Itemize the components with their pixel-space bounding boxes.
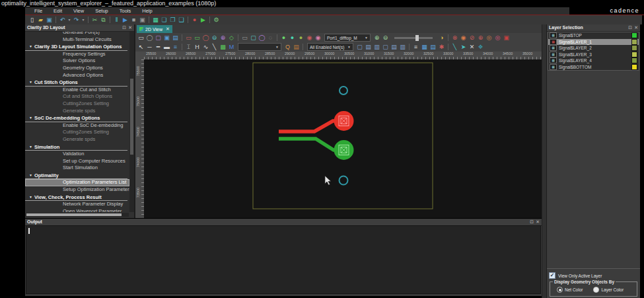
nets-dropdown[interactable]: All Enabled Net(s) ▼ (307, 43, 353, 51)
play-icon[interactable]: ▶ (121, 16, 129, 24)
highlight-icon[interactable]: ▤ (292, 43, 301, 51)
width-stack-icon[interactable]: ≡ (171, 43, 180, 51)
tab-close-icon[interactable]: ✕ (166, 26, 170, 32)
tree-item-geometry-options[interactable]: Geometry Options (25, 65, 129, 72)
settings-gear-icon[interactable]: ⚙ (212, 16, 221, 24)
tree-item-advanced-options[interactable]: Advanced Options (25, 72, 129, 79)
collapse-triangle-icon[interactable]: ▼ (29, 173, 32, 177)
tree-item-generate-port-s[interactable]: Generate Port(s) (25, 32, 129, 36)
wave-icon[interactable]: ∿ (201, 43, 210, 51)
collapse-triangle-icon[interactable]: ▼ (29, 116, 32, 120)
layer-visibility-icon[interactable]: ▦ (550, 52, 557, 57)
collapse-triangle-icon[interactable]: ▼ (29, 44, 32, 48)
radio-selected-icon[interactable] (557, 287, 563, 293)
tree-item-multi-terminal-circuits[interactable]: Multi-Terminal Circuits (25, 36, 129, 44)
layers-icon[interactable]: ❏ (160, 16, 168, 24)
net-btn-6-icon[interactable]: ▥ (398, 43, 407, 51)
shape-subtract-icon[interactable]: ⊖ (210, 34, 219, 42)
net-slash-icon[interactable]: ⊘ (468, 34, 476, 42)
redo-dropdown-icon[interactable]: ▾ (81, 16, 86, 24)
run-icon[interactable]: ▶ (199, 16, 207, 24)
diagonal-icon[interactable]: ╲ (210, 43, 219, 51)
net-dot-icon[interactable]: ◉ (459, 34, 468, 42)
net-btn-1-icon[interactable]: ▢ (355, 43, 364, 51)
screen-capture-icon[interactable]: ▦ (151, 16, 160, 24)
palette-icon[interactable]: ◑ (437, 34, 446, 42)
layer-visibility-icon[interactable]: ▦ (550, 32, 557, 38)
shape-add-icon[interactable]: ⊕ (219, 34, 227, 42)
port-dropdown[interactable]: Port1_difftop_M ▼ (324, 34, 371, 42)
tree-vertical-scrollbar[interactable] (129, 32, 134, 212)
tree-section-soc-de-embedding-options[interactable]: ▼SoC De-embedding Options (25, 114, 127, 122)
net-btn-3-icon[interactable]: ▥ (373, 43, 381, 51)
tree-item-enable-cut-and-stitch[interactable]: Enable Cut and Stitch (25, 87, 129, 94)
layer-visibility-icon[interactable]: ▦ (550, 57, 557, 63)
width-thick-icon[interactable]: ▬ (162, 43, 171, 51)
blob-pink-icon[interactable]: ◉ (314, 34, 322, 42)
shape-gray-rect-icon[interactable]: ▭ (240, 34, 249, 42)
dock-icon[interactable]: ⊡ (628, 24, 632, 31)
clear-red-icon[interactable]: ✱ (437, 43, 446, 51)
draw-circle-icon[interactable]: ◯ (145, 34, 154, 42)
menu-edit[interactable]: Edit (54, 7, 62, 15)
list-icon[interactable]: ≡ (411, 43, 420, 51)
layer-row-signal-top[interactable]: ▦Signal$TOP (548, 32, 639, 39)
tree-item-optimization-parameters-list[interactable]: Optimization Parameters List (25, 179, 129, 186)
open-folder-icon[interactable]: ▰ (36, 16, 45, 24)
layers-copy-icon[interactable]: ❐ (168, 16, 177, 24)
marker-h-icon[interactable]: H (193, 43, 201, 51)
layer-row-signal-layer-2[interactable]: ▦Signal$LAYER_2 (548, 45, 639, 52)
tree-item-setup-optimization-parameters[interactable]: Setup Optimization Parameters (25, 186, 129, 194)
shape-red-circle-icon[interactable]: ◯ (201, 34, 210, 42)
collapse-triangle-icon[interactable]: ▼ (29, 195, 32, 199)
layer-visibility-icon[interactable]: ▦ (550, 64, 557, 70)
tree-item-frequency-settings[interactable]: Frequency Settings (25, 51, 129, 58)
radio-icon[interactable] (593, 287, 599, 293)
menu-view[interactable]: View (73, 7, 84, 15)
net-btn-4-icon[interactable]: ▢ (381, 43, 390, 51)
tree-item-generate-spds[interactable]: Generate spds (25, 108, 129, 115)
stop-icon[interactable]: ■ (129, 16, 138, 24)
layer-color-swatch[interactable] (631, 32, 637, 38)
trace-icon[interactable]: ╲ (450, 43, 459, 51)
tree-item-enable-soc-de-embedding[interactable]: Enable SoC De-embedding (25, 122, 129, 130)
net-btn-5-icon[interactable]: ▤ (390, 43, 398, 51)
new-file-icon[interactable]: ▯ (28, 16, 36, 24)
dock-icon[interactable]: ⊡ (530, 219, 534, 225)
net-color-radio-option[interactable]: Net Color (557, 287, 583, 293)
net-plus-icon[interactable]: ⊕ (476, 34, 485, 42)
width-medium-icon[interactable]: ━ (154, 43, 162, 51)
shape-purple-circle-icon[interactable]: ◯ (258, 34, 266, 42)
tree-section-clarity-3d-layout-simulation-options[interactable]: ▼Clarity 3D Layout Simulation Options (25, 43, 127, 51)
blob-olive-icon[interactable]: ● (297, 34, 305, 42)
layer-row-signal-layer-4[interactable]: ▦Signal$LAYER_4 (548, 57, 639, 64)
menu-help[interactable]: Help (142, 7, 152, 15)
layer-color-radio-option[interactable]: Layer Color (593, 287, 624, 293)
collapse-triangle-icon[interactable]: ▼ (29, 145, 32, 149)
search-icon[interactable]: Q (283, 43, 292, 51)
close-icon[interactable]: ✕ (128, 24, 132, 31)
tree-section-simulation[interactable]: ▼Simulation (25, 143, 127, 151)
draw-rect-icon[interactable]: ▭ (137, 34, 145, 42)
trace-green[interactable] (279, 139, 338, 150)
arrow-icon[interactable]: ➤ (459, 43, 468, 51)
delete-icon[interactable]: ✕ (468, 43, 476, 51)
net-rect-icon[interactable]: ▣ (502, 34, 511, 42)
net-copy-icon[interactable]: ◎ (485, 34, 493, 42)
collapse-triangle-icon[interactable]: ▼ (29, 80, 32, 84)
via-bottom[interactable] (340, 176, 348, 185)
dock-icon[interactable]: ⊡ (122, 24, 126, 31)
layer-row-signal-layer-1[interactable]: ▦Signal$LAYER_1 (548, 39, 639, 46)
layer-color-swatch[interactable] (631, 39, 637, 45)
menu-file[interactable]: File (34, 7, 42, 15)
tree-item-generate-spds[interactable]: Generate spds (25, 136, 129, 143)
shape-teal-rect-icon[interactable]: ▢ (249, 34, 258, 42)
tree-section-cut-stitch-options[interactable]: ▼Cut Stitch Options (25, 79, 127, 87)
blob-green-icon[interactable]: ● (279, 34, 288, 42)
via-top[interactable] (340, 87, 347, 94)
measure-icon[interactable]: M (227, 43, 236, 51)
zoom-out-icon[interactable]: ⊖ (381, 34, 390, 42)
record-frame-icon[interactable]: ▣ (138, 16, 147, 24)
mesh-icon[interactable]: ▩ (219, 43, 227, 51)
layer-color-swatch[interactable] (631, 64, 637, 70)
